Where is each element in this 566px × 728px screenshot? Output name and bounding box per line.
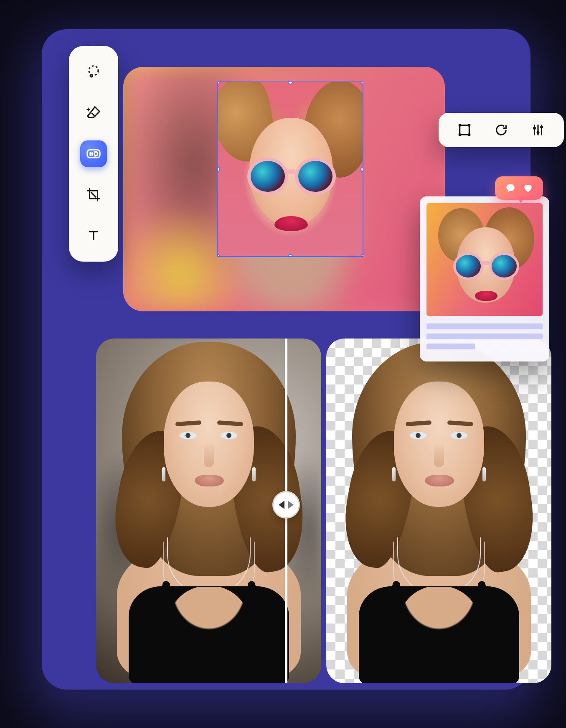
crop-handle-se[interactable]	[360, 254, 363, 257]
transform-button[interactable]	[455, 121, 474, 139]
left-toolbar	[69, 46, 118, 262]
adjust-sliders-button[interactable]	[529, 121, 547, 139]
crop-handle-w[interactable]	[217, 167, 220, 172]
svg-point-9	[537, 131, 540, 134]
crop-handle-e[interactable]	[360, 167, 363, 172]
preview-thumbnail	[426, 203, 543, 316]
heart-icon	[523, 183, 533, 193]
rotate-button[interactable]	[492, 121, 510, 139]
svg-point-10	[540, 126, 543, 129]
svg-point-0	[89, 66, 98, 75]
crop-handle-nw[interactable]	[217, 81, 220, 84]
svg-rect-3	[460, 125, 470, 135]
crop-handle-n[interactable]	[288, 81, 293, 84]
preview-placeholder-lines	[426, 323, 543, 349]
preview-card[interactable]	[420, 196, 549, 361]
svg-rect-6	[459, 134, 461, 136]
text-tool[interactable]	[80, 222, 107, 249]
svg-rect-4	[459, 124, 461, 127]
svg-point-1	[90, 76, 91, 77]
comparison-slider	[96, 339, 551, 683]
main-canvas[interactable]	[123, 67, 445, 311]
svg-point-12	[510, 187, 510, 188]
crop-selection[interactable]	[217, 81, 363, 257]
svg-point-8	[533, 127, 536, 130]
hd-enhance-tool[interactable]	[80, 140, 107, 167]
svg-rect-5	[468, 124, 471, 127]
comparison-handle[interactable]	[272, 491, 300, 519]
svg-rect-7	[468, 134, 471, 136]
svg-point-11	[508, 187, 509, 188]
chat-icon	[505, 183, 516, 193]
subject-after	[343, 342, 535, 682]
crop-handle-ne[interactable]	[360, 81, 363, 84]
crop-handle-sw[interactable]	[217, 254, 220, 257]
comparison-after	[326, 339, 551, 683]
crop-handle-s[interactable]	[288, 254, 293, 257]
crop-tool[interactable]	[80, 181, 107, 208]
mini-toolbar	[439, 113, 564, 147]
svg-point-13	[511, 187, 512, 188]
reaction-bubble	[495, 176, 543, 206]
editor-stage	[42, 29, 530, 690]
lasso-tool[interactable]	[80, 59, 107, 85]
magic-eraser-tool[interactable]	[80, 99, 107, 126]
